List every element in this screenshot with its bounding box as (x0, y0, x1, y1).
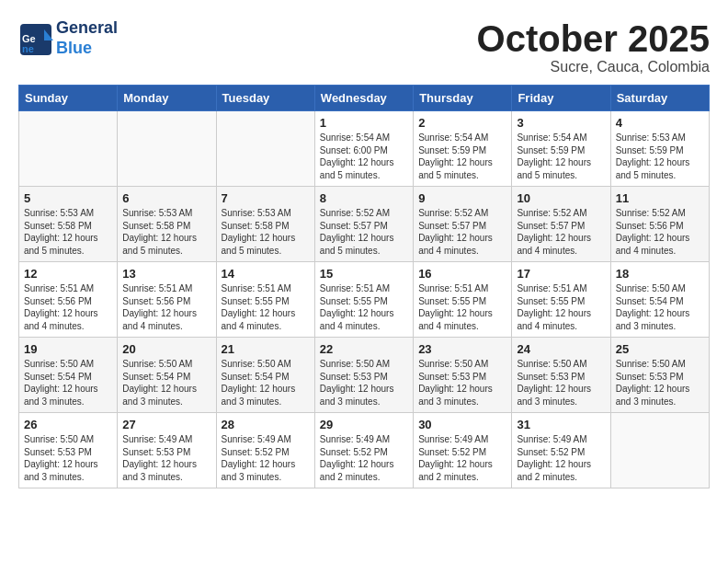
calendar-day-cell: 6Sunrise: 5:53 AM Sunset: 5:58 PM Daylig… (118, 187, 216, 262)
day-info: Sunrise: 5:52 AM Sunset: 5:56 PM Dayligh… (616, 207, 704, 257)
title-area: October 2025 Sucre, Cauca, Colombia (477, 18, 710, 75)
calendar-day-cell: 17Sunrise: 5:51 AM Sunset: 5:55 PM Dayli… (512, 262, 610, 338)
svg-text:ne: ne (22, 43, 34, 54)
calendar-day-cell: 11Sunrise: 5:52 AM Sunset: 5:56 PM Dayli… (610, 187, 709, 262)
day-info: Sunrise: 5:50 AM Sunset: 5:53 PM Dayligh… (418, 358, 506, 408)
day-info: Sunrise: 5:50 AM Sunset: 5:54 PM Dayligh… (616, 282, 704, 332)
day-info: Sunrise: 5:52 AM Sunset: 5:57 PM Dayligh… (418, 207, 506, 257)
calendar-day-cell: 16Sunrise: 5:51 AM Sunset: 5:55 PM Dayli… (414, 262, 512, 338)
day-number: 10 (517, 191, 605, 205)
calendar-day-cell: 5Sunrise: 5:53 AM Sunset: 5:58 PM Daylig… (19, 187, 118, 262)
calendar-day-cell: 28Sunrise: 5:49 AM Sunset: 5:52 PM Dayli… (216, 413, 314, 488)
day-of-week-header: Sunday (19, 86, 118, 111)
day-number: 19 (24, 342, 112, 356)
calendar-day-cell: 8Sunrise: 5:52 AM Sunset: 5:57 PM Daylig… (314, 187, 413, 262)
day-info: Sunrise: 5:49 AM Sunset: 5:52 PM Dayligh… (418, 433, 506, 483)
day-info: Sunrise: 5:51 AM Sunset: 5:55 PM Dayligh… (320, 282, 408, 332)
day-number: 4 (616, 116, 704, 130)
calendar-week-row: 5Sunrise: 5:53 AM Sunset: 5:58 PM Daylig… (19, 187, 710, 262)
day-number: 14 (222, 267, 310, 281)
calendar-day-cell: 2Sunrise: 5:54 AM Sunset: 5:59 PM Daylig… (414, 111, 512, 187)
day-info: Sunrise: 5:53 AM Sunset: 5:58 PM Dayligh… (222, 207, 310, 257)
day-number: 31 (517, 418, 605, 431)
calendar-day-cell: 23Sunrise: 5:50 AM Sunset: 5:53 PM Dayli… (414, 338, 512, 413)
day-number: 29 (320, 418, 408, 431)
day-info: Sunrise: 5:50 AM Sunset: 5:54 PM Dayligh… (122, 358, 210, 408)
day-info: Sunrise: 5:51 AM Sunset: 5:55 PM Dayligh… (418, 282, 506, 332)
day-info: Sunrise: 5:52 AM Sunset: 5:57 PM Dayligh… (320, 207, 408, 257)
day-number: 11 (616, 191, 704, 205)
day-number: 7 (222, 191, 310, 205)
calendar-header-row: SundayMondayTuesdayWednesdayThursdayFrid… (19, 86, 710, 111)
calendar-week-row: 26Sunrise: 5:50 AM Sunset: 5:53 PM Dayli… (19, 413, 710, 488)
day-number: 3 (517, 116, 605, 130)
calendar-day-cell: 1Sunrise: 5:54 AM Sunset: 6:00 PM Daylig… (314, 111, 413, 187)
calendar-day-cell: 7Sunrise: 5:53 AM Sunset: 5:58 PM Daylig… (216, 187, 314, 262)
calendar-day-cell (19, 111, 118, 187)
day-number: 18 (616, 267, 704, 281)
calendar-day-cell (216, 111, 314, 187)
day-info: Sunrise: 5:49 AM Sunset: 5:52 PM Dayligh… (517, 433, 605, 483)
logo-general: General (56, 18, 118, 39)
calendar-day-cell: 12Sunrise: 5:51 AM Sunset: 5:56 PM Dayli… (19, 262, 118, 338)
day-number: 8 (320, 191, 408, 205)
logo-text: General Blue (56, 18, 118, 58)
calendar-day-cell: 20Sunrise: 5:50 AM Sunset: 5:54 PM Dayli… (118, 338, 216, 413)
day-number: 22 (320, 342, 408, 356)
day-info: Sunrise: 5:53 AM Sunset: 5:58 PM Dayligh… (24, 207, 112, 257)
logo-icon: Ge ne (18, 22, 51, 55)
calendar-day-cell: 27Sunrise: 5:49 AM Sunset: 5:53 PM Dayli… (118, 413, 216, 488)
calendar-day-cell: 25Sunrise: 5:50 AM Sunset: 5:53 PM Dayli… (610, 338, 709, 413)
day-number: 1 (320, 116, 408, 130)
logo-blue: Blue (56, 39, 118, 59)
calendar-day-cell: 14Sunrise: 5:51 AM Sunset: 5:55 PM Dayli… (216, 262, 314, 338)
day-info: Sunrise: 5:51 AM Sunset: 5:55 PM Dayligh… (222, 282, 310, 332)
day-number: 25 (616, 342, 704, 356)
calendar-table: SundayMondayTuesdayWednesdayThursdayFrid… (18, 85, 710, 488)
day-number: 21 (222, 342, 310, 356)
day-number: 27 (122, 418, 210, 431)
day-info: Sunrise: 5:50 AM Sunset: 5:53 PM Dayligh… (616, 358, 704, 408)
day-number: 23 (418, 342, 506, 356)
day-info: Sunrise: 5:50 AM Sunset: 5:53 PM Dayligh… (320, 358, 408, 408)
day-info: Sunrise: 5:50 AM Sunset: 5:53 PM Dayligh… (517, 358, 605, 408)
calendar-day-cell: 22Sunrise: 5:50 AM Sunset: 5:53 PM Dayli… (314, 338, 413, 413)
day-number: 17 (517, 267, 605, 281)
calendar-day-cell: 18Sunrise: 5:50 AM Sunset: 5:54 PM Dayli… (610, 262, 709, 338)
day-info: Sunrise: 5:52 AM Sunset: 5:57 PM Dayligh… (517, 207, 605, 257)
calendar-week-row: 1Sunrise: 5:54 AM Sunset: 6:00 PM Daylig… (19, 111, 710, 187)
day-of-week-header: Friday (512, 86, 610, 111)
day-number: 28 (222, 418, 310, 431)
day-of-week-header: Tuesday (216, 86, 314, 111)
day-number: 12 (24, 267, 112, 281)
location-subtitle: Sucre, Cauca, Colombia (477, 59, 710, 75)
day-number: 6 (122, 191, 210, 205)
day-number: 30 (418, 418, 506, 431)
day-info: Sunrise: 5:50 AM Sunset: 5:54 PM Dayligh… (222, 358, 310, 408)
day-number: 13 (122, 267, 210, 281)
day-info: Sunrise: 5:49 AM Sunset: 5:53 PM Dayligh… (122, 433, 210, 483)
calendar-day-cell (118, 111, 216, 187)
day-info: Sunrise: 5:54 AM Sunset: 5:59 PM Dayligh… (517, 132, 605, 181)
calendar-day-cell: 29Sunrise: 5:49 AM Sunset: 5:52 PM Dayli… (314, 413, 413, 488)
calendar-day-cell: 24Sunrise: 5:50 AM Sunset: 5:53 PM Dayli… (512, 338, 610, 413)
calendar-day-cell (610, 413, 709, 488)
day-number: 26 (24, 418, 112, 431)
calendar-day-cell: 4Sunrise: 5:53 AM Sunset: 5:59 PM Daylig… (610, 111, 709, 187)
day-info: Sunrise: 5:53 AM Sunset: 5:59 PM Dayligh… (616, 132, 704, 181)
calendar-day-cell: 30Sunrise: 5:49 AM Sunset: 5:52 PM Dayli… (414, 413, 512, 488)
calendar-day-cell: 31Sunrise: 5:49 AM Sunset: 5:52 PM Dayli… (512, 413, 610, 488)
day-info: Sunrise: 5:49 AM Sunset: 5:52 PM Dayligh… (320, 433, 408, 483)
calendar-day-cell: 26Sunrise: 5:50 AM Sunset: 5:53 PM Dayli… (19, 413, 118, 488)
day-info: Sunrise: 5:53 AM Sunset: 5:58 PM Dayligh… (122, 207, 210, 257)
day-number: 9 (418, 191, 506, 205)
day-info: Sunrise: 5:50 AM Sunset: 5:53 PM Dayligh… (24, 433, 112, 483)
day-of-week-header: Saturday (610, 86, 709, 111)
day-info: Sunrise: 5:51 AM Sunset: 5:56 PM Dayligh… (122, 282, 210, 332)
calendar-day-cell: 19Sunrise: 5:50 AM Sunset: 5:54 PM Dayli… (19, 338, 118, 413)
calendar-day-cell: 10Sunrise: 5:52 AM Sunset: 5:57 PM Dayli… (512, 187, 610, 262)
calendar-day-cell: 9Sunrise: 5:52 AM Sunset: 5:57 PM Daylig… (414, 187, 512, 262)
day-number: 20 (122, 342, 210, 356)
day-info: Sunrise: 5:54 AM Sunset: 6:00 PM Dayligh… (320, 132, 408, 181)
day-info: Sunrise: 5:54 AM Sunset: 5:59 PM Dayligh… (418, 132, 506, 181)
